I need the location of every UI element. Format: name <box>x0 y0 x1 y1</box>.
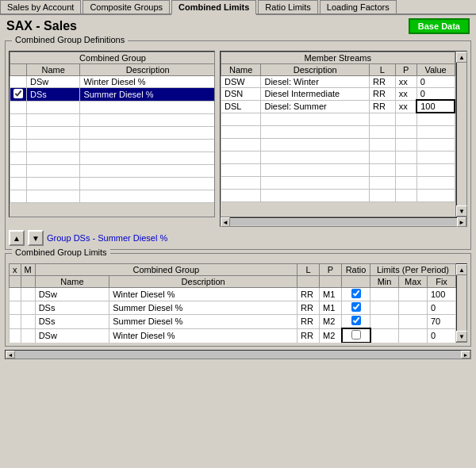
col-min: Min <box>370 276 399 288</box>
base-data-button[interactable]: Base Data <box>409 18 470 34</box>
bottom-hscroll-right[interactable]: ► <box>461 351 470 359</box>
col-ratio: Ratio <box>342 264 370 276</box>
col-description: Description <box>261 64 370 76</box>
cell-ratio[interactable] <box>342 288 370 301</box>
bottom-scroll-up[interactable]: ▲ <box>456 264 467 275</box>
right-scroll-v[interactable]: ▲ ▼ <box>456 51 467 217</box>
stream-p: xx <box>395 100 416 113</box>
stream-value[interactable]: 100 <box>416 100 455 113</box>
table-row <box>221 125 455 138</box>
table-row[interactable]: DSw Winter Diesel % RR M2 0 <box>10 328 456 343</box>
cell-ratio[interactable] <box>342 301 370 315</box>
col-x2 <box>10 276 21 288</box>
stream-description: Diesel: Winter <box>261 76 370 88</box>
right-hscroll[interactable]: ◄ ► <box>220 217 467 227</box>
table-row[interactable]: DSs Summer Diesel % RR M2 70 <box>10 315 456 329</box>
scroll-up-arrow[interactable]: ▲ <box>456 52 467 63</box>
tab-combined-limits[interactable]: Combined Limits <box>171 0 256 15</box>
cell-fix: 70 <box>428 315 456 329</box>
cell-name: DSs <box>35 301 109 315</box>
stream-value: 0 <box>416 76 455 88</box>
member-streams-table: Member Streams Name Description L P Valu… <box>221 52 455 202</box>
table-row[interactable]: DSN Diesel Intermediate RR xx 0 <box>221 88 455 101</box>
hscroll-left-arrow[interactable]: ◄ <box>221 217 230 227</box>
nav-down-button[interactable]: ▼ <box>28 230 44 246</box>
combined-group-left-scroll[interactable]: Combined Group Name Description DSw Wint <box>9 51 215 217</box>
cell-m <box>21 301 35 315</box>
cell-fix: 0 <box>428 328 456 343</box>
limits-per-period-header: Limits (Per Period) <box>370 264 456 276</box>
tab-loading-factors[interactable]: Loading Factors <box>320 0 397 13</box>
stream-l: RR <box>369 100 395 113</box>
limits-table: x M Combined Group L P Ratio Limits (Per… <box>9 263 456 343</box>
col-fix: Fix <box>428 276 456 288</box>
col-l: L <box>298 264 320 276</box>
table-row[interactable]: DSs Summer Diesel % RR M1 0 <box>10 301 456 315</box>
col-description: Description <box>109 276 298 288</box>
combined-group-header: Combined Group <box>10 52 216 64</box>
combined-group-limits-panel: Combined Group Limits x M Combined Group… <box>5 253 471 347</box>
combined-group-definitions-title: Combined Group Definitions <box>12 35 128 44</box>
cell-x <box>10 328 21 343</box>
row-checkbox-cell <box>10 88 27 102</box>
col-name: Name <box>35 276 109 288</box>
ratio-checkbox[interactable] <box>351 316 361 325</box>
bottom-scroll-v[interactable]: ▲ ▼ <box>456 263 467 343</box>
scroll-down-arrow[interactable]: ▼ <box>456 205 467 217</box>
col-m2 <box>21 276 35 288</box>
nav-up-button[interactable]: ▲ <box>9 230 25 246</box>
table-row[interactable]: DSw Winter Diesel % RR M1 100 <box>10 288 456 301</box>
tab-composite-groups[interactable]: Composite Groups <box>83 0 170 13</box>
bottom-hscroll-track <box>15 351 461 359</box>
ratio-checkbox[interactable] <box>351 289 361 298</box>
col-p: P <box>395 64 416 76</box>
table-row[interactable]: DSw Winter Diesel % <box>10 76 216 88</box>
bottom-table-scroll[interactable]: x M Combined Group L P Ratio Limits (Per… <box>9 263 456 343</box>
group-label: Group DSs - Summer Diesel % <box>47 233 167 243</box>
tab-sales-by-account[interactable]: Sales by Account <box>0 0 81 13</box>
combined-group-table: Combined Group Name Description DSw Wint <box>10 52 215 203</box>
table-row[interactable]: DSs Summer Diesel % <box>10 88 216 102</box>
cell-name: DSs <box>35 315 109 329</box>
cell-l: RR <box>298 288 320 301</box>
row-description: Summer Diesel % <box>80 88 215 102</box>
ratio-checkbox[interactable] <box>351 330 361 339</box>
cell-l: RR <box>298 315 320 329</box>
combined-group-col-header: Combined Group <box>35 264 297 276</box>
bottom-hscroll[interactable]: ◄ ► <box>5 350 471 359</box>
table-row[interactable]: DSL Diesel: Summer RR xx 100 <box>221 100 455 113</box>
stream-name: DSW <box>221 76 261 88</box>
cell-name: DSw <box>35 288 109 301</box>
stream-description: Diesel Intermediate <box>261 88 370 101</box>
table-row[interactable]: DSW Diesel: Winter RR xx 0 <box>221 76 455 88</box>
cell-ratio[interactable] <box>342 315 370 329</box>
stream-name: DSN <box>221 88 261 101</box>
member-streams-scroll[interactable]: Member Streams Name Description L P Valu… <box>220 51 456 217</box>
table-row <box>10 127 216 140</box>
cell-fix: 0 <box>428 301 456 315</box>
cell-min <box>370 328 399 343</box>
col-ratio2 <box>342 276 370 288</box>
ratio-checkbox[interactable] <box>351 302 361 312</box>
col-m: M <box>21 264 35 276</box>
cell-description: Summer Diesel % <box>109 315 298 329</box>
table-row <box>221 163 455 176</box>
bottom-hscroll-left[interactable]: ◄ <box>6 351 15 359</box>
hscroll-right-arrow[interactable]: ► <box>457 217 466 227</box>
cell-ratio[interactable] <box>342 328 370 343</box>
row-name: DSs <box>27 88 80 102</box>
bottom-table-container: x M Combined Group L P Ratio Limits (Per… <box>9 263 467 343</box>
stream-l: RR <box>369 76 395 88</box>
cell-p: M2 <box>320 328 342 343</box>
col-name: Name <box>221 64 261 76</box>
bottom-scroll-down[interactable]: ▼ <box>456 331 467 342</box>
col-description: Description <box>80 64 215 76</box>
cell-m <box>21 288 35 301</box>
row-checkbox[interactable] <box>13 89 23 98</box>
cell-min <box>370 288 399 301</box>
stream-l: RR <box>369 88 395 101</box>
tab-ratio-limits[interactable]: Ratio Limits <box>258 0 317 13</box>
cell-max <box>399 328 428 343</box>
cell-name: DSw <box>35 328 109 343</box>
col-checkbox <box>10 64 27 76</box>
